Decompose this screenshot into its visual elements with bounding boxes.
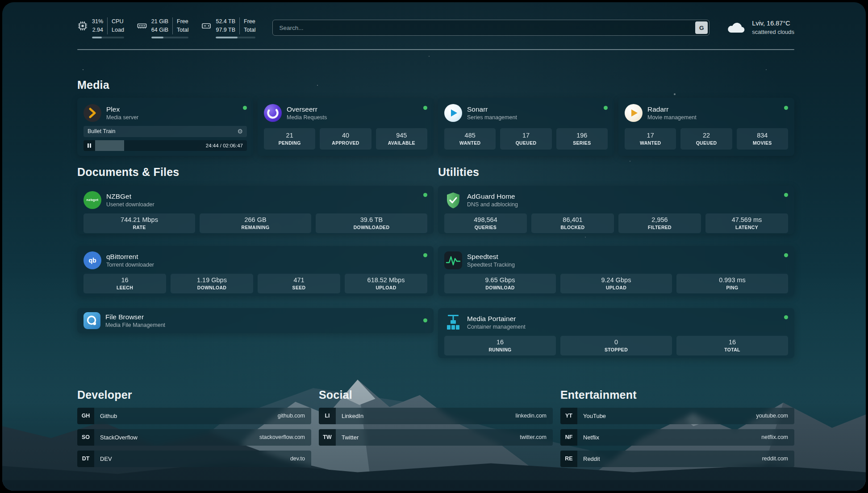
- pause-button[interactable]: [83, 140, 95, 151]
- disk-free-label: Free: [244, 17, 255, 26]
- top-bar: 31% 2.94 CPU Load: [77, 17, 794, 38]
- bookmark-linkedin[interactable]: LI LinkedIn linkedin.com: [319, 408, 553, 424]
- app-subtitle: Container management: [467, 324, 526, 330]
- bookmark-abbr: DT: [77, 451, 94, 467]
- bookmark-url: stackoverflow.com: [259, 434, 305, 440]
- weather-condition: scattered clouds: [752, 28, 794, 37]
- metric-divider: [107, 17, 108, 34]
- stat-wanted: 17 WANTED: [625, 128, 676, 150]
- app-card-portainer[interactable]: Media Portainer Container management 16 …: [438, 308, 794, 358]
- plex-now-playing: Bullet Train ⚙: [83, 126, 247, 137]
- app-name: AdGuard Home: [467, 192, 518, 201]
- bookmark-name: Twitter: [342, 434, 359, 441]
- app-subtitle: Series management: [467, 114, 517, 121]
- cpu-progress-bar: [92, 37, 124, 38]
- plex-progress-track[interactable]: 24:44 / 02:06:47: [95, 140, 247, 151]
- app-card-sonarr[interactable]: Sonarr Series management 485 WANTED 17 Q…: [438, 98, 614, 156]
- app-card-qbittorrent[interactable]: qb qBittorrent Torrent downloader 16 LEE…: [77, 246, 434, 296]
- app-card-adguard[interactable]: AdGuard Home DNS and adblocking 498,564 …: [438, 186, 794, 234]
- nzbget-icon: nzbget: [83, 191, 101, 209]
- ram-progress-bar: [151, 37, 189, 38]
- app-name: qBittorrent: [106, 253, 154, 261]
- cpu-label: CPU: [112, 17, 124, 26]
- section-media: Media Plex Media server: [77, 79, 794, 156]
- stat-ping: 0.993 ms PING: [676, 274, 788, 293]
- section-utilities: Utilities: [438, 166, 794, 358]
- app-subtitle: Movie management: [647, 114, 697, 121]
- plex-time-display: 24:44 / 02:06:47: [206, 143, 243, 148]
- stat-available: 945 AVAILABLE: [376, 128, 427, 150]
- bookmark-twitter[interactable]: TW Twitter twitter.com: [319, 429, 553, 446]
- section-developer: Developer GH Github github.com SO StackO…: [77, 389, 311, 467]
- disk-icon: [201, 21, 212, 31]
- bookmark-name: Reddit: [583, 455, 600, 462]
- bookmark-stackoverflow[interactable]: SO StackOverflow stackoverflow.com: [77, 429, 311, 446]
- bookmark-name: StackOverflow: [100, 434, 138, 441]
- bookmark-youtube[interactable]: YT YouTube youtube.com: [560, 408, 794, 424]
- ram-free-label: Free: [177, 17, 188, 26]
- ram-icon: [137, 21, 147, 31]
- dashboard-screen: 31% 2.94 CPU Load: [2, 2, 866, 491]
- stat-latency: 47.569 ms LATENCY: [705, 213, 788, 233]
- app-subtitle: Torrent downloader: [106, 262, 154, 268]
- app-name: NZBGet: [106, 192, 154, 201]
- bookmark-url: youtube.com: [756, 413, 788, 419]
- qbittorrent-icon: qb: [83, 251, 101, 269]
- stat-wanted: 485 WANTED: [444, 128, 496, 150]
- stat-seed: 471 SEED: [258, 274, 340, 293]
- status-dot: [604, 106, 608, 110]
- app-subtitle: DNS and adblocking: [467, 201, 518, 208]
- bookmark-github[interactable]: GH Github github.com: [77, 408, 311, 424]
- app-card-radarr[interactable]: Radarr Movie management 17 WANTED 22 QUE…: [618, 98, 794, 156]
- cloud-icon: [726, 21, 746, 34]
- app-subtitle: Media File Management: [105, 322, 165, 328]
- app-name: Speedtest: [467, 253, 515, 261]
- sonarr-icon: [444, 104, 462, 122]
- app-name: Sonarr: [467, 105, 517, 113]
- plex-progress-fill: [95, 140, 124, 151]
- disk-total-label: Total: [244, 26, 255, 34]
- bookmark-url: github.com: [278, 413, 305, 419]
- bookmark-url: netflix.com: [761, 434, 788, 440]
- bookmark-dev[interactable]: DT DEV dev.to: [77, 451, 311, 467]
- stat-stopped: 0 STOPPED: [560, 336, 672, 355]
- weather-widget[interactable]: Lviv, 16.87°C scattered clouds: [726, 19, 794, 37]
- bookmark-netflix[interactable]: NF Netflix netflix.com: [560, 429, 794, 446]
- app-subtitle: Usenet downloader: [106, 201, 154, 208]
- cpu-load-label: Load: [112, 26, 124, 34]
- section-title-developer: Developer: [77, 389, 311, 401]
- disk-usage-widget: 52.4 TB 97.9 TB Free Total: [201, 17, 255, 38]
- status-dot: [784, 106, 788, 110]
- bookmark-name: YouTube: [583, 413, 606, 419]
- app-card-overseerr[interactable]: Overseerr Media Requests 21 PENDING 40 A…: [258, 98, 434, 156]
- stat-blocked: 86,401 BLOCKED: [531, 213, 614, 233]
- stat-leech: 16 LEECH: [83, 274, 166, 293]
- app-subtitle: Media server: [106, 114, 138, 121]
- stat-queued: 22 QUEUED: [680, 128, 732, 150]
- status-dot: [423, 106, 427, 110]
- app-card-filebrowser[interactable]: File Browser Media File Management: [77, 308, 434, 333]
- bookmark-name: Github: [100, 413, 117, 419]
- status-dot: [784, 253, 788, 257]
- settings-gear-icon[interactable]: ⚙: [237, 128, 243, 135]
- app-name: Media Portainer: [467, 315, 526, 323]
- snow-specks: [2, 2, 3, 3]
- bookmark-reddit[interactable]: RE Reddit reddit.com: [560, 451, 794, 467]
- filebrowser-icon: [83, 312, 100, 329]
- stat-filtered: 2,956 FILTERED: [618, 213, 701, 233]
- stat-movies: 834 MOVIES: [737, 128, 788, 150]
- app-card-speedtest[interactable]: Speedtest Speedtest Tracking 9.65 Gbps D…: [438, 246, 794, 296]
- ram-total-label: Total: [177, 26, 188, 34]
- ram-total-value: 64 GiB: [151, 26, 168, 34]
- bookmark-url: twitter.com: [520, 434, 547, 440]
- disk-total-value: 97.9 TB: [216, 26, 235, 34]
- bookmark-abbr: NF: [560, 429, 577, 446]
- app-card-nzbget[interactable]: nzbget NZBGet Usenet downloader 744.21 M…: [77, 186, 434, 234]
- search-engine-badge[interactable]: G: [695, 21, 708, 34]
- radarr-icon: [625, 104, 643, 122]
- disk-free-value: 52.4 TB: [216, 17, 235, 26]
- search-input[interactable]: [272, 20, 709, 36]
- app-card-plex[interactable]: Plex Media server Bullet Train ⚙ 24:4: [77, 98, 253, 156]
- disk-progress-bar: [216, 37, 255, 38]
- app-name: Overseerr: [287, 105, 327, 113]
